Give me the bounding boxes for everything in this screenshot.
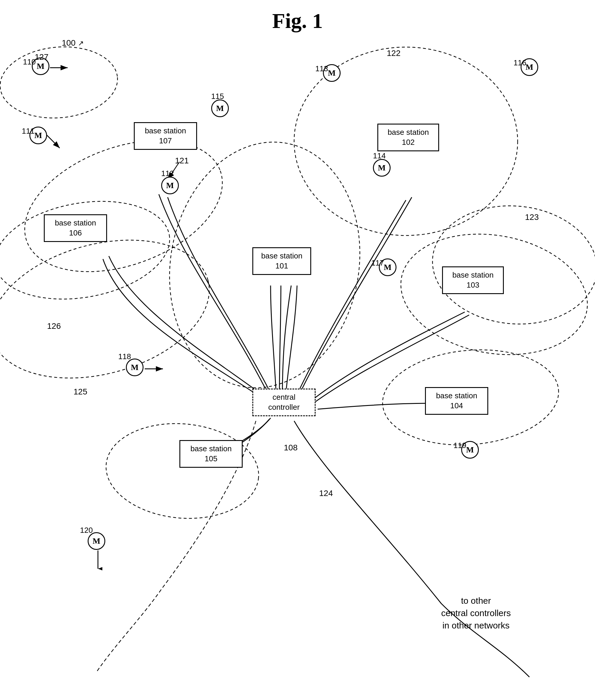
base-station-106: base station 106 <box>44 214 107 242</box>
label-117: 117 <box>371 259 384 268</box>
base-station-104: base station 104 <box>425 387 488 415</box>
label-126: 126 <box>47 321 61 331</box>
label-127: 127 <box>35 52 49 62</box>
mobile-node-115: M <box>211 100 229 117</box>
svg-point-1 <box>0 188 177 312</box>
svg-point-8 <box>0 42 121 123</box>
other-networks-label: to other central controllers in other ne… <box>441 595 511 632</box>
base-station-107: base station 107 <box>134 122 197 150</box>
label-113: 113 <box>315 64 328 73</box>
label-116: 116 <box>513 58 526 68</box>
mobile-node-114: M <box>373 159 391 177</box>
mobile-node-118: M <box>126 358 144 376</box>
label-115: 115 <box>211 92 224 101</box>
label-124: 124 <box>319 489 333 498</box>
label-110: 110 <box>23 57 36 66</box>
svg-point-4 <box>391 220 595 369</box>
base-station-103: base station 103 <box>442 266 504 294</box>
label-119: 119 <box>454 441 466 450</box>
mobile-node-120: M <box>88 532 105 550</box>
label-111: 111 <box>22 127 34 136</box>
svg-line-14 <box>47 135 60 148</box>
label-122: 122 <box>387 49 401 58</box>
label-121: 121 <box>175 156 189 165</box>
label-123: 123 <box>525 213 539 222</box>
base-station-102: base station 102 <box>377 124 439 151</box>
label-118: 118 <box>118 352 131 361</box>
central-controller: central controller <box>252 388 316 416</box>
page-title: Fig. 1 <box>272 9 323 33</box>
svg-point-6 <box>102 418 263 524</box>
label-120: 120 <box>80 526 93 535</box>
label-125: 125 <box>74 387 87 397</box>
label-114: 114 <box>373 151 386 160</box>
label-108: 108 <box>284 443 298 453</box>
mobile-node-112: M <box>161 177 179 194</box>
label-112: 112 <box>161 169 174 178</box>
base-station-105: base station 105 <box>179 440 243 468</box>
fig-number-label: 100 ↗ <box>62 38 84 48</box>
svg-point-9 <box>428 199 595 330</box>
base-station-101: base station 101 <box>252 247 311 275</box>
svg-point-7 <box>0 218 225 401</box>
